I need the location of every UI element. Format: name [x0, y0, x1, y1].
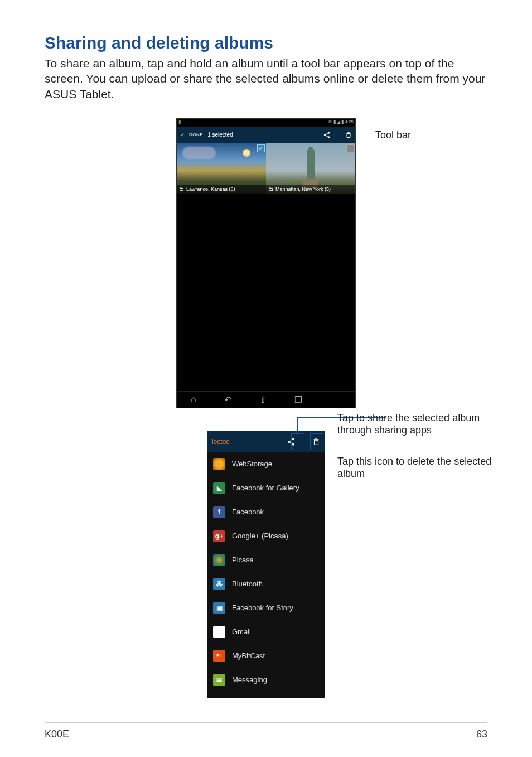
mybitcast-icon: Bit	[213, 650, 225, 662]
done-label[interactable]: DONE	[189, 132, 203, 137]
webstorage-icon	[213, 458, 225, 470]
share-item-facebook-gallery[interactable]: ◣Facebook for Gallery	[207, 476, 325, 500]
status-left-icon: ▮	[178, 119, 181, 124]
folder-icon: 🗀	[179, 186, 184, 192]
facebook-story-icon: ▣	[213, 602, 225, 614]
status-icons: ⟳ ▮ ◢ ▮	[328, 119, 345, 124]
footer-model: K00E	[45, 729, 69, 740]
selection-toolbar: ✓ DONE 1 selected	[177, 127, 355, 143]
figure-gallery-selection: ▮ ⟳ ▮ ◢ ▮ 4:25 ✓ DONE 1 selected ✓	[45, 118, 487, 408]
album-manhattan[interactable]: 🗀 Manhattan, New York (5)	[266, 143, 355, 194]
svg-rect-7	[348, 132, 350, 133]
status-time: 4:25	[345, 119, 354, 124]
selection-count[interactable]: 1 selected	[207, 132, 233, 138]
svg-line-3	[326, 133, 328, 134]
svg-rect-6	[346, 133, 351, 134]
share-item-google-plus[interactable]: g+Google+ (Picasa)	[207, 524, 325, 548]
callout-share-label: Tap to share the selected album through …	[337, 412, 505, 437]
share-item-picasa[interactable]: Picasa	[207, 548, 325, 572]
share-item-label: Messaging	[232, 676, 267, 684]
folder-icon: 🗀	[268, 186, 273, 192]
share-item-label: Picasa	[232, 556, 254, 564]
album-lawrence[interactable]: ✓ 🗀 Lawrence, Kansas (6)	[177, 143, 266, 194]
page-footer: K00E 63	[45, 722, 487, 740]
callout-delete-label: Tap this icon to delete the selected alb…	[337, 455, 494, 480]
share-icon[interactable]	[323, 131, 331, 139]
share-item-webstorage[interactable]: WebStorage	[207, 452, 325, 476]
share-menu-screenshot: lected WebStorage ◣Facebook for Gallery …	[207, 431, 325, 698]
callout-line-delete	[323, 450, 387, 450]
share-item-mybitcast[interactable]: BitMyBitCast	[207, 644, 325, 668]
trash-icon[interactable]	[345, 131, 352, 139]
callout-toolbar-label: Tool bar	[375, 129, 411, 141]
picasa-icon	[213, 554, 225, 566]
share-item-label: MyBitCast	[232, 652, 265, 660]
callout-line-toolbar	[356, 136, 373, 136]
share-menu-toolbar: lected	[207, 431, 325, 452]
svg-rect-5	[347, 133, 350, 137]
albums-grid: ✓ 🗀 Lawrence, Kansas (6) 🗀 Manhattan, Ne…	[177, 143, 355, 194]
album-checkbox-unselected[interactable]	[346, 144, 354, 152]
system-nav-bar: ⌂ ↶ ⇧ ❐	[177, 391, 355, 408]
callout-box-delete	[310, 433, 323, 450]
nav-home-icon[interactable]: ⇧	[259, 394, 267, 405]
status-bar: ▮ ⟳ ▮ ◢ ▮ 4:25	[177, 119, 355, 127]
toolbar-cropped-text: lected	[212, 438, 230, 446]
gmail-icon: M	[213, 626, 225, 638]
section-body: To share an album, tap and hold an album…	[45, 56, 487, 102]
share-item-label: Facebook	[232, 508, 264, 516]
nav-recent-icon[interactable]: ❐	[294, 394, 302, 405]
share-app-list: WebStorage ◣Facebook for Gallery fFacebo…	[207, 452, 325, 692]
album-label: 🗀 Manhattan, New York (5)	[266, 185, 355, 194]
phone-screenshot-1: ▮ ⟳ ▮ ◢ ▮ 4:25 ✓ DONE 1 selected ✓	[176, 118, 356, 408]
share-item-label: Facebook for Story	[232, 604, 293, 612]
nav-back-icon[interactable]: ↶	[224, 394, 231, 405]
facebook-icon: f	[213, 506, 225, 518]
share-item-label: Bluetooth	[232, 580, 263, 588]
share-item-facebook-story[interactable]: ▣Facebook for Story	[207, 596, 325, 620]
share-item-label: Google+ (Picasa)	[232, 532, 288, 540]
google-plus-icon: g+	[213, 530, 225, 542]
callout-box-share	[291, 433, 304, 450]
nav-apps-icon[interactable]: ⌂	[191, 394, 196, 404]
album-checkbox-selected[interactable]: ✓	[257, 144, 265, 152]
facebook-gallery-icon: ◣	[213, 482, 225, 494]
callout-line-share-v	[297, 417, 298, 433]
messaging-icon: ✉	[213, 674, 225, 686]
svg-line-4	[326, 135, 328, 137]
share-item-bluetooth[interactable]: ⁂Bluetooth	[207, 572, 325, 596]
album-label: 🗀 Lawrence, Kansas (6)	[177, 185, 266, 194]
section-heading: Sharing and deleting albums	[45, 33, 487, 52]
footer-page-number: 63	[476, 729, 487, 740]
share-item-label: Gmail	[232, 628, 251, 636]
share-item-label: Facebook for Gallery	[232, 484, 299, 492]
album-name: Lawrence, Kansas (6)	[186, 186, 235, 192]
share-item-label: WebStorage	[232, 460, 272, 468]
share-item-messaging[interactable]: ✉Messaging	[207, 668, 325, 692]
share-item-gmail[interactable]: MGmail	[207, 620, 325, 644]
figure-share-menu: lected WebStorage ◣Facebook for Gallery …	[45, 431, 487, 698]
done-check-icon[interactable]: ✓	[180, 132, 185, 138]
share-item-facebook[interactable]: fFacebook	[207, 500, 325, 524]
album-name: Manhattan, New York (5)	[275, 186, 331, 192]
bluetooth-icon: ⁂	[213, 578, 225, 590]
